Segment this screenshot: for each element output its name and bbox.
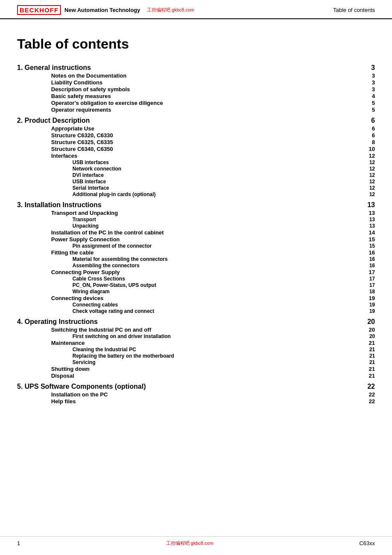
item-title-2-4: Structure C6340, C6350	[51, 146, 113, 152]
toc-item-4-3: Shutting down21	[17, 366, 375, 372]
item-page-3-4: 16	[362, 249, 375, 256]
item-page-1-3: 3	[362, 86, 375, 92]
subitem-title-3-5-1: Cable Cross Sections	[72, 276, 125, 282]
toc-item-4-1: Switching the Industrial PC on and off20	[17, 327, 375, 333]
item-title-1-3: Description of safety symbols	[51, 86, 130, 92]
subitem-title-2-5-5: Serial interface	[72, 185, 109, 191]
item-title-1-2: Liability Conditions	[51, 79, 103, 86]
item-page-1-6: 5	[362, 107, 375, 113]
subitem-page-2-5-5: 12	[362, 185, 375, 191]
item-page-4-1: 20	[362, 327, 375, 333]
item-title-1-5: Operator's obligation to exercise dilige…	[51, 100, 163, 106]
section-page-5: 22	[362, 383, 375, 390]
toc-item-1-3: Description of safety symbols3	[17, 86, 375, 92]
footer-model: C63xx	[359, 540, 375, 546]
toc-subitem-3-5-1: Cable Cross Sections17	[17, 276, 375, 282]
toc-section-4: 4. Operating Instructions20	[17, 318, 375, 326]
toc-subitem-3-5-3: Wiring diagram18	[17, 289, 375, 295]
toc-subitem-4-2-1: Cleaning the Industrial PC21	[17, 347, 375, 353]
subitem-title-4-2-3: Servicing	[72, 359, 95, 365]
item-title-5-2: Help files	[51, 398, 76, 405]
toc-subitem-3-6-1: Connecting cables19	[17, 302, 375, 308]
header-subtitle: New Automation Technology	[64, 7, 140, 13]
table-of-contents: 1. General instructions3Notes on the Doc…	[17, 64, 375, 405]
toc-item-2-1: Appropriate Use6	[17, 125, 375, 132]
toc-section-5: 5. UPS Software Components (optional)22	[17, 383, 375, 390]
item-page-3-3: 15	[362, 236, 375, 243]
item-title-4-4: Disposal	[51, 373, 74, 379]
header-section-label: Table of contents	[333, 7, 375, 13]
subitem-page-3-3-1: 15	[362, 243, 375, 249]
toc-subitem-3-5-2: PC_ON, Power-Status, UPS output17	[17, 282, 375, 288]
toc-item-3-1: Transport and Unpacking13	[17, 210, 375, 216]
item-page-4-2: 21	[362, 340, 375, 346]
toc-subitem-3-1-1: Transport13	[17, 217, 375, 223]
subitem-page-3-5-3: 18	[362, 289, 375, 295]
header-left: BECKHOFF New Automation Technology 工控编程吧…	[17, 5, 194, 15]
item-page-2-1: 6	[362, 125, 375, 132]
header-watermark: 工控编程吧 gkbc8.com	[147, 7, 194, 13]
toc-item-3-3: Power Supply Connection15	[17, 236, 375, 243]
toc-subitem-3-3-1: Pin assignment of the connector15	[17, 243, 375, 249]
toc-subitem-4-1-1: First switching on and driver installati…	[17, 333, 375, 339]
item-page-1-5: 5	[362, 100, 375, 106]
subitem-page-4-1-1: 20	[362, 333, 375, 339]
toc-subitem-3-6-2: Check voltage rating and connect19	[17, 308, 375, 314]
item-page-1-1: 3	[362, 72, 375, 79]
item-title-4-1: Switching the Industrial PC on and off	[51, 327, 151, 333]
toc-subitem-2-5-2: Network connection12	[17, 166, 375, 172]
subitem-title-2-5-2: Network connection	[72, 166, 121, 172]
item-title-2-5: Interfaces	[51, 153, 77, 159]
item-title-4-3: Shutting down	[51, 366, 89, 372]
subitem-page-3-5-2: 17	[362, 282, 375, 288]
section-page-4: 20	[362, 318, 375, 326]
page-header: BECKHOFF New Automation Technology 工控编程吧…	[0, 0, 392, 19]
subitem-page-3-5-1: 17	[362, 276, 375, 282]
footer-watermark: 工控编程吧 gkbc8.com	[166, 540, 213, 546]
section-title-3: 3. Installation Instructions	[17, 201, 101, 209]
item-title-2-3: Structure C6325, C6335	[51, 139, 113, 145]
subitem-title-4-1-1: First switching on and driver installati…	[72, 333, 171, 339]
item-title-1-4: Basic safety measures	[51, 93, 111, 99]
item-title-1-1: Notes on the Documentation	[51, 72, 127, 79]
subitem-page-2-5-1: 12	[362, 159, 375, 165]
section-page-3: 13	[362, 201, 375, 209]
subitem-page-4-2-2: 21	[362, 353, 375, 359]
toc-item-2-2: Structure C6320, C63306	[17, 132, 375, 139]
item-title-3-6: Connecting devices	[51, 295, 104, 301]
toc-subitem-3-4-2: Assembling the connectors16	[17, 263, 375, 269]
section-title-2: 2. Product Description	[17, 117, 90, 124]
item-title-2-1: Appropriate Use	[51, 125, 94, 132]
toc-subitem-4-2-2: Replacing the battery on the motherboard…	[17, 353, 375, 359]
section-title-1: 1. General instructions	[17, 64, 91, 72]
item-page-2-5: 12	[362, 153, 375, 159]
toc-item-2-4: Structure C6340, C635010	[17, 146, 375, 152]
subitem-title-3-1-2: Unpacking	[72, 223, 98, 229]
subitem-title-2-5-6: Additional plug-in cards (optional)	[72, 191, 156, 197]
toc-subitem-3-4-1: Material for assembling the connectors16	[17, 256, 375, 262]
subitem-title-4-2-1: Cleaning the Industrial PC	[72, 347, 136, 353]
item-title-3-3: Power Supply Connection	[51, 236, 120, 243]
toc-section-2: 2. Product Description6	[17, 117, 375, 124]
item-page-2-4: 10	[362, 146, 375, 152]
item-title-3-1: Transport and Unpacking	[51, 210, 118, 216]
toc-item-4-2: Maintenance21	[17, 340, 375, 346]
toc-item-3-4: Fitting the cable16	[17, 249, 375, 256]
item-page-4-4: 21	[362, 373, 375, 379]
subitem-title-3-5-3: Wiring diagram	[72, 289, 110, 295]
toc-item-1-1: Notes on the Documentation3	[17, 72, 375, 79]
toc-item-3-6: Connecting devices19	[17, 295, 375, 301]
toc-item-5-2: Help files22	[17, 398, 375, 405]
item-title-3-2: Installation of the PC in the control ca…	[51, 229, 164, 236]
subitem-title-3-6-2: Check voltage rating and connect	[72, 308, 154, 314]
subitem-title-3-3-1: Pin assignment of the connector	[72, 243, 152, 249]
subitem-page-3-1-2: 13	[362, 223, 375, 229]
item-title-4-2: Maintenance	[51, 340, 85, 346]
toc-subitem-2-5-6: Additional plug-in cards (optional)12	[17, 191, 375, 197]
toc-subitem-3-1-2: Unpacking13	[17, 223, 375, 229]
item-page-2-3: 8	[362, 139, 375, 145]
beckhoff-logo: BECKHOFF	[17, 5, 61, 15]
toc-item-3-5: Connecting Power Supply17	[17, 269, 375, 275]
item-page-1-4: 4	[362, 93, 375, 99]
toc-subitem-2-5-1: USB interfaces12	[17, 159, 375, 165]
